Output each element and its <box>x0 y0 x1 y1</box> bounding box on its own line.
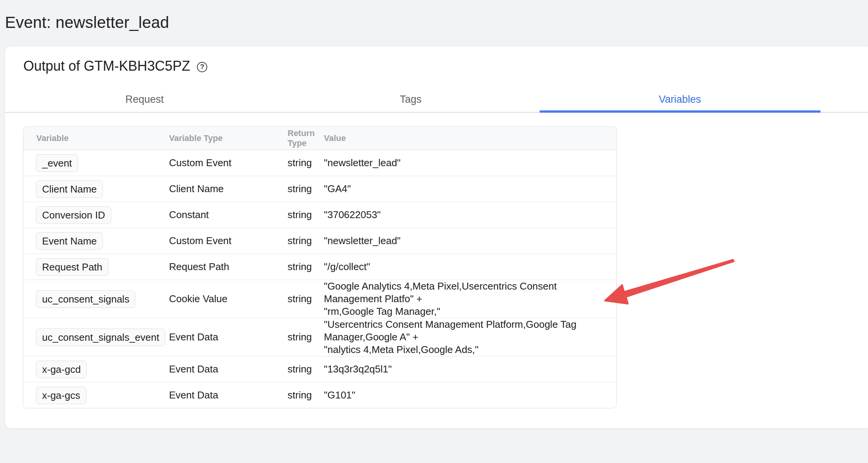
table-row: uc_consent_signals Cookie Value string "… <box>23 280 616 318</box>
return-type-cell: string <box>288 228 324 254</box>
variable-cell: Conversion ID <box>23 202 169 228</box>
column-header-variable-type: Variable Type <box>169 127 288 150</box>
variables-table: Variable Variable Type Return Type Value… <box>23 126 617 408</box>
variable-chip: x-ga-gcs <box>36 387 86 404</box>
return-type-cell: string <box>288 356 324 382</box>
tab-tags[interactable]: Tags <box>400 93 421 106</box>
variable-type-cell: Event Data <box>169 382 288 408</box>
card-title: Output of GTM-KBH3C5PZ ? <box>23 58 207 74</box>
variable-cell: x-ga-gcd <box>23 356 169 382</box>
tab-bar: Request Tags Variables <box>5 88 868 113</box>
variable-chip: uc_consent_signals <box>36 290 135 308</box>
help-icon[interactable]: ? <box>197 62 207 72</box>
variable-cell: _event <box>23 150 169 176</box>
variable-chip: Event Name <box>36 232 103 250</box>
variable-chip: uc_consent_signals_event <box>36 329 165 346</box>
column-header-return-type: Return Type <box>288 127 324 150</box>
return-type-cell: string <box>288 202 324 228</box>
table-row: Request Path Request Path string "/g/col… <box>23 254 616 280</box>
value-cell: "newsletter_lead" <box>324 150 616 176</box>
output-card: Output of GTM-KBH3C5PZ ? Request Tags Va… <box>5 46 868 429</box>
value-cell: "newsletter_lead" <box>324 228 616 254</box>
variable-chip: _event <box>36 154 78 172</box>
table-row: uc_consent_signals_event Event Data stri… <box>23 318 616 356</box>
tab-request[interactable]: Request <box>125 93 164 106</box>
active-tab-indicator <box>540 110 821 113</box>
return-type-cell: string <box>288 382 324 408</box>
variable-cell: Event Name <box>23 228 169 254</box>
variable-type-cell: Event Data <box>169 356 288 382</box>
variable-cell: uc_consent_signals <box>23 280 169 318</box>
table-row: Event Name Custom Event string "newslett… <box>23 228 616 254</box>
variable-chip: Client Name <box>36 180 103 198</box>
value-cell: "/g/collect" <box>324 254 616 280</box>
return-type-cell: string <box>288 176 324 202</box>
variable-chip: x-ga-gcd <box>36 361 87 378</box>
value-cell: "370622053" <box>324 202 616 228</box>
page-title: Event: newsletter_lead <box>5 13 169 32</box>
value-cell: "GA4" <box>324 176 616 202</box>
table-header-row: Variable Variable Type Return Type Value <box>23 127 616 150</box>
table-row: _event Custom Event string "newsletter_l… <box>23 150 616 176</box>
return-type-cell: string <box>288 318 324 356</box>
variable-cell: Client Name <box>23 176 169 202</box>
variable-type-cell: Event Data <box>169 318 288 356</box>
value-cell: "G101" <box>324 382 616 408</box>
card-title-text: Output of GTM-KBH3C5PZ <box>23 58 190 74</box>
variable-cell: uc_consent_signals_event <box>23 318 169 356</box>
return-type-cell: string <box>288 254 324 280</box>
return-type-cell: string <box>288 280 324 318</box>
variable-type-cell: Constant <box>169 202 288 228</box>
column-header-value: Value <box>324 127 616 150</box>
variable-type-cell: Client Name <box>169 176 288 202</box>
table-row: Conversion ID Constant string "370622053… <box>23 202 616 228</box>
table-row: x-ga-gcs Event Data string "G101" <box>23 382 616 408</box>
variable-cell: Request Path <box>23 254 169 280</box>
variable-cell: x-ga-gcs <box>23 382 169 408</box>
value-cell: "13q3r3q2q5l1" <box>324 356 616 382</box>
value-cell: "Google Analytics 4,Meta Pixel,Usercentr… <box>324 280 616 318</box>
variable-chip: Request Path <box>36 258 109 276</box>
tab-variables[interactable]: Variables <box>659 93 701 106</box>
variable-type-cell: Custom Event <box>169 150 288 176</box>
variable-type-cell: Custom Event <box>169 228 288 254</box>
variable-chip: Conversion ID <box>36 206 111 224</box>
table-row: x-ga-gcd Event Data string "13q3r3q2q5l1… <box>23 356 616 382</box>
column-header-variable: Variable <box>23 127 169 150</box>
return-type-cell: string <box>288 150 324 176</box>
table-row: Client Name Client Name string "GA4" <box>23 176 616 202</box>
variable-type-cell: Cookie Value <box>169 280 288 318</box>
variable-type-cell: Request Path <box>169 254 288 280</box>
value-cell: "Usercentrics Consent Management Platfor… <box>324 318 616 356</box>
